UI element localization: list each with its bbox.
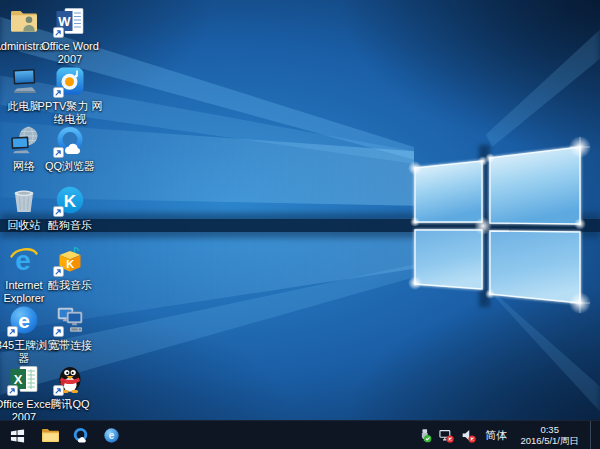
qq-browser-icon xyxy=(72,427,89,444)
shortcut-arrow-icon xyxy=(53,266,64,277)
desktop-icon-label: Office Word 2007 xyxy=(35,40,105,65)
taskbar-qq-browser[interactable] xyxy=(65,421,96,449)
desktop-screen: Administra... W Office Word 2007 xyxy=(0,0,600,449)
shortcut-arrow-icon xyxy=(53,27,64,38)
broadband-connection-icon xyxy=(54,304,86,336)
taskbar-buttons: e xyxy=(0,421,127,449)
kugou-music-icon: K xyxy=(54,184,86,216)
shortcut-arrow-icon xyxy=(53,326,64,337)
language-indicator[interactable]: 简体 xyxy=(483,428,509,443)
taskbar-file-explorer[interactable] xyxy=(34,421,65,449)
desktop-icon-label: QQ浏览器 xyxy=(35,160,105,173)
shortcut-arrow-icon xyxy=(7,326,18,337)
shortcut-arrow-icon xyxy=(53,147,64,158)
shortcut-arrow-icon xyxy=(53,87,64,98)
desktop-icon-label: 酷我音乐 xyxy=(35,279,105,292)
svg-text:e: e xyxy=(18,309,30,332)
clock-time: 0:35 xyxy=(520,424,579,435)
desktop-icon-label: 腾讯QQ xyxy=(35,398,105,411)
clock-date: 2016/5/1/周日 xyxy=(520,435,579,446)
desktop-icon-tencent-qq[interactable]: 腾讯QQ xyxy=(35,363,105,411)
desktop-icon-office-word[interactable]: W Office Word 2007 xyxy=(35,5,105,65)
system-tray: 简体 0:35 2016/5/1/周日 xyxy=(417,421,600,449)
pptv-icon xyxy=(54,65,86,97)
kuwo-music-icon: K xyxy=(54,244,86,276)
desktop-icon-pptv[interactable]: PPTV聚力 网络电视 xyxy=(35,65,105,125)
tencent-qq-icon xyxy=(54,363,86,395)
shortcut-arrow-icon xyxy=(53,206,64,217)
desktop-icon-qq-browser[interactable]: QQ浏览器 xyxy=(35,125,105,173)
desktop-icon-broadband[interactable]: 宽带连接 xyxy=(35,304,105,352)
desktop-icon-kuwo-music[interactable]: K 酷我音乐 xyxy=(35,244,105,292)
folder-icon xyxy=(41,427,59,443)
taskbar-2345-browser[interactable]: e xyxy=(96,421,127,449)
word-icon: W xyxy=(54,5,86,37)
desktop-icon-kugou-music[interactable]: K 酷狗音乐 xyxy=(35,184,105,232)
safely-remove-hardware-icon[interactable] xyxy=(417,428,432,443)
desktop-icon-label: 酷狗音乐 xyxy=(35,219,105,232)
svg-text:e: e xyxy=(109,430,115,441)
desktop-icon-label: PPTV聚力 网络电视 xyxy=(35,100,105,125)
taskbar: e xyxy=(0,420,600,449)
show-desktop-button[interactable] xyxy=(590,421,595,449)
desktop-icon-label: 宽带连接 xyxy=(35,339,105,352)
shortcut-arrow-icon xyxy=(7,385,18,396)
svg-text:K: K xyxy=(66,258,74,270)
2345-browser-icon: e xyxy=(103,427,120,444)
volume-muted-icon[interactable] xyxy=(461,428,476,443)
windows-logo-icon xyxy=(10,428,25,443)
shortcut-arrow-icon xyxy=(53,385,64,396)
start-button[interactable] xyxy=(0,421,34,449)
network-disconnected-icon[interactable] xyxy=(439,428,454,443)
clock[interactable]: 0:35 2016/5/1/周日 xyxy=(516,424,583,446)
svg-text:K: K xyxy=(64,192,77,211)
qq-browser-icon xyxy=(54,125,86,157)
